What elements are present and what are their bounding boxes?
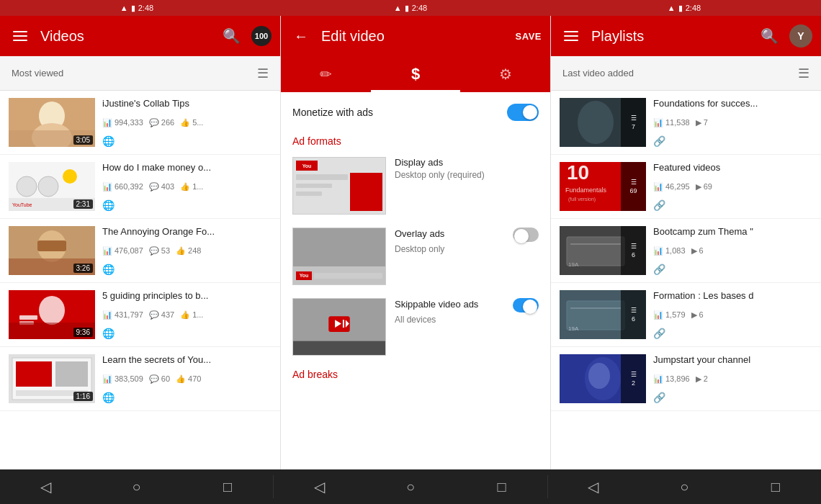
globe-icon-4: 🌐 [102, 328, 272, 339]
edit-header: ← Edit video SAVE [281, 16, 550, 56]
yt-logo-overlay: You [296, 271, 312, 280]
pl-views-icon-3: 📊 [653, 246, 663, 256]
globe-icon-1: 🌐 [102, 135, 272, 147]
search-icon-left: 🔍 [223, 27, 241, 45]
svg-point-47 [588, 363, 610, 389]
svg-text:YouTube: YouTube [12, 202, 32, 207]
time-mid: 2:48 [412, 4, 427, 12]
video-item[interactable]: 1:16 Learn the secrets of You... 📊 383,5… [0, 347, 280, 411]
playlist-sort-label: Last video added [562, 68, 798, 78]
tab-settings[interactable]: ⚙ [460, 56, 550, 92]
notification-badge[interactable]: 100 [251, 26, 272, 46]
playlist-thumb-3: 19A ☰ 6 [560, 226, 646, 275]
thumbnail-1: 3:05 [9, 98, 95, 147]
filter-icon[interactable]: ☰ [257, 66, 269, 81]
overlay-toggle[interactable] [513, 228, 539, 242]
monetize-toggle-row: Monetize with ads [292, 104, 539, 121]
video-info-3: The Annoying Orange Fo... 📊 476,087 💬 53… [102, 226, 272, 275]
edit-panel: ← Edit video SAVE ✏ $ ⚙ Monetize with ad… [281, 16, 551, 469]
pl-views-1: 📊 11,538 [653, 118, 690, 127]
list-item[interactable]: ☰ 7 Foundations for succes... 📊 11,538 ▶… [551, 91, 821, 155]
monetize-toggle[interactable] [507, 104, 539, 121]
wifi-icon-right: ▲ [668, 4, 676, 12]
tab-monetize[interactable]: $ [371, 56, 461, 92]
list-item[interactable]: 19A ☰ 6 Bootcamp zum Thema " 📊 1,083 [551, 219, 821, 283]
thumbnail-3: 3:26 [9, 226, 95, 275]
pl-views-icon-4: 📊 [653, 310, 663, 320]
duration-3: 3:26 [73, 264, 93, 273]
video-stats-3: 📊 476,087 💬 53 👍 248 [102, 246, 272, 256]
battery-icon-mid: ▮ [405, 4, 409, 13]
recents-nav-button-right[interactable]: □ [764, 475, 787, 498]
home-nav-button-left[interactable]: ○ [125, 475, 148, 498]
display-ad-preview: You [292, 157, 386, 215]
back-nav-button-mid[interactable]: ◁ [308, 475, 331, 498]
back-nav-button-right[interactable]: ◁ [582, 475, 605, 498]
likes-icon-3: 👍 [176, 246, 186, 256]
likes-icon-4: 👍 [180, 310, 190, 320]
pl-videos-2: ▶ 69 [696, 182, 712, 192]
video-info-5: Learn the secrets of You... 📊 383,509 💬 … [102, 354, 272, 403]
likes-5: 👍 470 [176, 374, 201, 384]
likes-icon-2: 👍 [180, 182, 190, 192]
home-nav-button-right[interactable]: ○ [673, 475, 696, 498]
views-2: 📊 660,392 [102, 182, 143, 192]
skippable-toggle[interactable] [513, 298, 539, 312]
views-icon-4: 📊 [102, 310, 112, 320]
playlist-stats-3: 📊 1,083 ▶ 6 [653, 246, 812, 256]
wifi-icon-mid: ▲ [394, 4, 402, 12]
recents-nav-button-mid[interactable]: □ [490, 475, 513, 498]
svg-text:Fundamentals: Fundamentals [565, 186, 607, 194]
likes-2: 👍 1... [180, 182, 203, 192]
playlists-panel: Playlists 🔍 Y Last video added ☰ ☰ [551, 16, 821, 469]
svg-rect-25 [293, 341, 385, 356]
pl-videos-icon-4: ▶ [691, 310, 697, 320]
nav-segment-right: ◁ ○ □ [548, 475, 821, 498]
svg-text:19A: 19A [568, 325, 579, 332]
comments-3: 💬 53 [149, 246, 170, 256]
playlist-thumb-2: 10 Fundamentals (full version) ☰ 69 [560, 162, 646, 211]
playlist-info-2: Featured videos 📊 46,295 ▶ 69 🔗 [653, 162, 812, 211]
video-item[interactable]: 3:05 iJustine's Collab Tips 📊 994,333 💬 … [0, 91, 280, 155]
list-item[interactable]: 19A ☰ 6 Formation : Les bases d 📊 1,579 [551, 283, 821, 347]
hamburger-button[interactable] [9, 24, 32, 48]
likes-1: 👍 5... [180, 118, 203, 127]
video-item[interactable]: 3:26 The Annoying Orange Fo... 📊 476,087… [0, 219, 280, 283]
video-item[interactable]: 9:36 5 guiding principles to b... 📊 431,… [0, 283, 280, 347]
home-nav-button-mid[interactable]: ○ [399, 475, 422, 498]
video-info-1: iJustine's Collab Tips 📊 994,333 💬 266 👍 [102, 98, 272, 147]
globe-icon-2: 🌐 [102, 199, 272, 211]
videos-subheader: Most viewed ☰ [0, 56, 280, 91]
likes-icon-1: 👍 [180, 118, 190, 127]
playlist-overlay-5: ☰ 2 [621, 354, 646, 403]
search-button-right[interactable]: 🔍 [758, 24, 781, 48]
save-button[interactable]: SAVE [516, 31, 542, 42]
back-nav-button-left[interactable]: ◁ [34, 475, 57, 498]
playlist-stats-5: 📊 13,896 ▶ 2 [653, 374, 812, 384]
status-bars: ▲ ▮ 2:48 ▲ ▮ 2:48 ▲ ▮ 2:48 [0, 0, 821, 16]
tab-edit[interactable]: ✏ [281, 56, 371, 92]
ad-format-overlay: You Overlay ads Desktop only [292, 228, 539, 285]
pl-videos-icon-1: ▶ [696, 118, 701, 127]
pl-views-icon-1: 📊 [653, 118, 663, 127]
display-ad-info: Display ads Desktop only (required) [395, 157, 539, 180]
list-item[interactable]: ☰ 2 Jumpstart your channel 📊 13,896 ▶ 2 [551, 347, 821, 411]
video-info-4: 5 guiding principles to b... 📊 431,797 💬… [102, 290, 272, 339]
search-button-left[interactable]: 🔍 [220, 24, 243, 48]
views-5: 📊 383,509 [102, 374, 143, 384]
pl-views-4: 📊 1,579 [653, 310, 686, 320]
views-4: 📊 431,797 [102, 310, 143, 320]
overlay-ad-name: Overlay ads [395, 228, 444, 239]
back-button[interactable]: ← [290, 24, 313, 48]
playlist-filter-icon[interactable]: ☰ [798, 66, 809, 81]
list-item[interactable]: 10 Fundamentals (full version) ☰ 69 Feat… [551, 155, 821, 219]
search-icon-right: 🔍 [761, 27, 779, 45]
hamburger-button-right[interactable] [560, 24, 583, 48]
duration-5: 1:16 [73, 392, 93, 401]
avatar[interactable]: Y [789, 24, 812, 48]
recents-nav-button-left[interactable]: □ [216, 475, 239, 498]
pl-views-3: 📊 1,083 [653, 246, 686, 256]
status-left: ▲ ▮ 2:48 [0, 0, 274, 16]
link-icon-4: 🔗 [653, 328, 812, 339]
video-item[interactable]: YouTube 2:31 How do I make money o... 📊 … [0, 155, 280, 219]
